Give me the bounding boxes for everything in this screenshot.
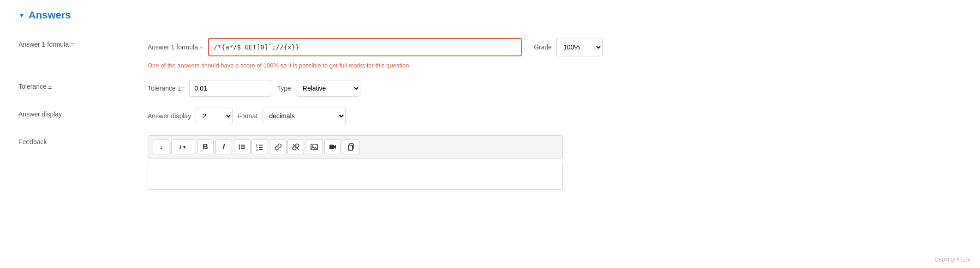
- info-icon: i: [179, 144, 181, 151]
- display-select[interactable]: 1 2 3 4 5: [196, 108, 233, 124]
- section-title: Answers: [29, 9, 71, 21]
- copy-paste-icon: [347, 143, 355, 151]
- unlink-btn[interactable]: [287, 140, 304, 154]
- tolerance-content: Tolerance ±= Type Relative Nominal Geome…: [148, 80, 962, 97]
- page-container: ▼ Answers Answer 1 formula = Answer 1 fo…: [0, 0, 980, 205]
- grade-select[interactable]: 100% 90% 80% 70% 60% 50% 0%: [556, 38, 603, 56]
- numbered-list-btn[interactable]: 1. 2. 3.: [251, 140, 268, 154]
- italic-btn[interactable]: I: [215, 140, 232, 154]
- answer-display-field-label: Answer display: [148, 112, 191, 120]
- answer-display-row-label: Answer display: [18, 108, 148, 118]
- link-btn[interactable]: [270, 140, 287, 154]
- image-icon: [311, 143, 318, 151]
- undo-group: ↓: [153, 140, 169, 154]
- bullet-list-icon: [239, 143, 246, 151]
- bold-btn[interactable]: B: [197, 140, 214, 154]
- answer1-row: Answer 1 formula = Answer 1 formula = Gr…: [18, 32, 962, 74]
- info-dropdown-btn[interactable]: i ▼: [171, 140, 195, 154]
- svg-rect-15: [329, 145, 334, 149]
- watermark: CSDN @李沉鱼: [935, 256, 971, 263]
- answer-display-inline: Answer display 1 2 3 4 5 Format decimals…: [148, 108, 962, 124]
- svg-rect-5: [241, 148, 245, 149]
- answer-display-row: Answer display Answer display 1 2 3 4 5 …: [18, 102, 962, 130]
- video-group: [324, 140, 341, 154]
- video-icon: [329, 143, 336, 151]
- list-group: 1. 2. 3.: [234, 140, 268, 154]
- svg-rect-18: [348, 145, 353, 150]
- dropdown-arrow-icon: ▼: [182, 145, 187, 150]
- tolerance-row: Tolerance ± Tolerance ±= Type Relative N…: [18, 74, 962, 102]
- svg-point-2: [239, 146, 240, 148]
- tolerance-inline: Tolerance ±= Type Relative Nominal Geome…: [148, 80, 962, 97]
- svg-point-4: [239, 148, 240, 150]
- grade-label: Grade: [534, 43, 552, 51]
- answer1-inline: Answer 1 formula = Grade 100% 90% 80% 70…: [148, 38, 962, 56]
- formula-input[interactable]: [208, 38, 522, 56]
- bold-group: B: [197, 140, 214, 154]
- answer1-content: Answer 1 formula = Grade 100% 90% 80% 70…: [148, 38, 962, 69]
- feedback-content: ↓ i ▼ B I: [148, 135, 962, 190]
- chevron-icon[interactable]: ▼: [18, 12, 25, 19]
- copy-group: [343, 140, 359, 154]
- answers-section-header: ▼ Answers: [18, 9, 962, 21]
- format-select[interactable]: decimals significant figures scientific …: [263, 108, 346, 124]
- italic-group: I: [215, 140, 232, 154]
- svg-rect-7: [259, 145, 263, 146]
- image-group: [306, 140, 323, 154]
- svg-text:3.: 3.: [256, 148, 258, 151]
- answer1-field-label: Answer 1 formula =: [148, 43, 203, 51]
- feedback-editor[interactable]: [148, 162, 563, 190]
- svg-marker-16: [334, 145, 336, 149]
- tolerance-field-label: Tolerance ±=: [148, 85, 185, 92]
- svg-rect-9: [259, 147, 263, 148]
- copy-paste-btn[interactable]: [343, 140, 359, 154]
- svg-rect-1: [241, 145, 245, 146]
- error-message: One of the answers should have a score o…: [148, 62, 962, 69]
- image-btn[interactable]: [306, 140, 323, 154]
- video-btn[interactable]: [324, 140, 341, 154]
- numbered-list-icon: 1. 2. 3.: [256, 143, 263, 151]
- feedback-row: Feedback ↓ i ▼ B: [18, 130, 962, 195]
- link-group: [270, 140, 304, 154]
- info-group: i ▼: [171, 140, 195, 154]
- feedback-toolbar: ↓ i ▼ B I: [148, 135, 563, 158]
- type-select[interactable]: Relative Nominal Geometric: [296, 80, 360, 97]
- unlink-icon: [292, 143, 299, 151]
- link-icon: [275, 143, 282, 151]
- type-label: Type: [277, 85, 291, 92]
- bullet-list-btn[interactable]: [234, 140, 251, 154]
- feedback-row-label: Feedback: [18, 135, 148, 146]
- tolerance-input[interactable]: [189, 80, 272, 97]
- format-label: Format: [237, 112, 257, 120]
- undo-btn[interactable]: ↓: [153, 140, 169, 154]
- answer-display-content: Answer display 1 2 3 4 5 Format decimals…: [148, 108, 962, 124]
- svg-rect-11: [259, 149, 263, 150]
- tolerance-row-label: Tolerance ±: [18, 80, 148, 90]
- svg-rect-3: [241, 146, 245, 147]
- svg-point-0: [239, 145, 240, 146]
- answer1-row-label: Answer 1 formula =: [18, 38, 148, 48]
